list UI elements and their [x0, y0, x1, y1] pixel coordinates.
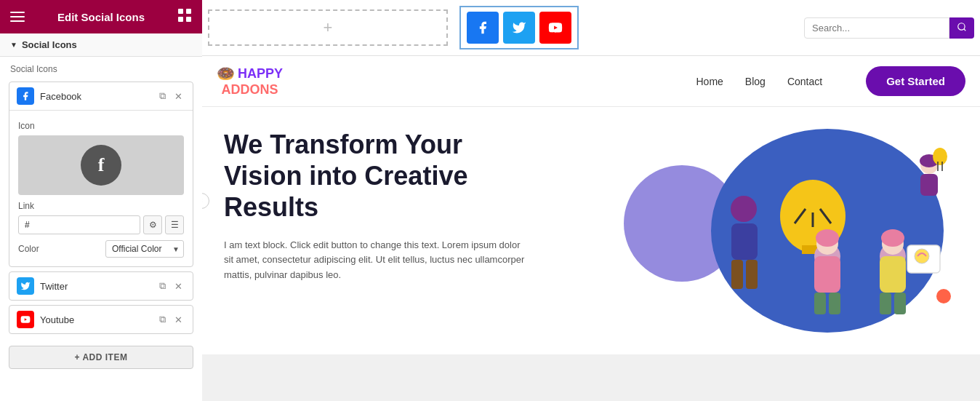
hamburger-icon[interactable] — [10, 12, 25, 22]
svg-rect-2 — [178, 17, 183, 22]
add-widget-zone[interactable]: + — [208, 9, 448, 46]
nav-contact[interactable]: Contact — [787, 76, 822, 87]
svg-point-19 — [816, 229, 839, 247]
top-bar: + — [202, 0, 980, 56]
svg-rect-9 — [731, 223, 758, 260]
svg-rect-26 — [880, 256, 906, 293]
svg-rect-33 — [920, 174, 938, 196]
youtube-social-icon — [17, 311, 34, 328]
youtube-duplicate-btn[interactable]: ⧉ — [156, 312, 169, 327]
youtube-item-actions: ⧉ ✕ — [156, 312, 185, 327]
preview-twitter-btn[interactable] — [503, 12, 535, 44]
facebook-circle-icon: f — [81, 145, 121, 186]
facebook-delete-btn[interactable]: ✕ — [172, 89, 185, 103]
twitter-duplicate-btn[interactable]: ⧉ — [156, 279, 169, 293]
color-select-wrapper: Official Color Custom Color ▼ — [105, 240, 184, 258]
svg-rect-0 — [178, 9, 183, 14]
youtube-item-header[interactable]: Youtube ⧉ ✕ — [9, 306, 193, 333]
svg-rect-21 — [814, 293, 826, 314]
hero-body: I am text block. Click edit button to ch… — [224, 238, 529, 283]
color-select[interactable]: Official Color Custom Color — [105, 240, 184, 258]
search-input[interactable] — [804, 17, 949, 39]
youtube-item-name: Youtube — [40, 314, 156, 325]
nav-links: Home Blog Contact — [696, 76, 823, 87]
icon-field-label: Icon — [18, 121, 184, 131]
link-settings-btn[interactable]: ⚙ — [143, 215, 162, 234]
hero-section: We Transform Your Vision into Creative R… — [202, 107, 980, 354]
twitter-item-header[interactable]: Twitter ⧉ ✕ — [9, 272, 193, 300]
social-item-youtube: Youtube ⧉ ✕ — [9, 305, 193, 334]
svg-point-30 — [915, 249, 929, 263]
nav-blog[interactable]: Blog — [745, 76, 766, 87]
social-icons-section: ▼ Social Icons Social Icons Facebook ⧉ ✕ — [0, 33, 202, 401]
subsection-label: Social Icons — [0, 57, 202, 77]
facebook-social-icon — [17, 87, 34, 105]
svg-rect-1 — [186, 9, 191, 14]
facebook-item-actions: ⧉ ✕ — [156, 89, 185, 103]
hero-text: We Transform Your Vision into Creative R… — [224, 122, 529, 283]
panel-title: Edit Social Icons — [57, 11, 145, 23]
facebook-icon-preview: f — [18, 135, 184, 195]
left-panel: Edit Social Icons ▼ Social Icons Social … — [0, 0, 202, 401]
social-item-twitter: Twitter ⧉ ✕ — [9, 271, 193, 301]
preview-facebook-btn[interactable] — [467, 12, 499, 44]
logo-area: 🍩 HAPPY ADDONS — [217, 65, 283, 98]
get-started-button[interactable]: Get Started — [866, 66, 965, 96]
twitter-delete-btn[interactable]: ✕ — [172, 279, 185, 293]
hero-svg — [675, 122, 951, 325]
twitter-item-actions: ⧉ ✕ — [156, 279, 185, 293]
svg-rect-11 — [746, 260, 758, 289]
svg-rect-27 — [880, 293, 891, 314]
logo-addons: ADDONS — [222, 82, 278, 98]
svg-point-8 — [731, 196, 757, 222]
facebook-duplicate-btn[interactable]: ⧉ — [156, 89, 169, 103]
hero-illustration — [529, 122, 958, 340]
svg-rect-10 — [731, 260, 743, 289]
section-label: Social Icons — [22, 39, 77, 50]
color-field-label: Color — [18, 244, 105, 254]
add-item-button[interactable]: + ADD ITEM — [9, 346, 193, 369]
link-row: ⚙ ☰ — [18, 215, 184, 234]
section-arrow: ▼ — [10, 41, 17, 49]
facebook-item-name: Facebook — [40, 91, 156, 102]
search-bar — [798, 13, 980, 43]
search-button[interactable] — [949, 17, 974, 39]
social-icons-preview — [459, 6, 579, 49]
section-header[interactable]: ▼ Social Icons — [0, 33, 202, 57]
nav-home[interactable]: Home — [696, 76, 723, 87]
grid-icon[interactable] — [177, 8, 192, 25]
nav-bar: 🍩 HAPPY ADDONS Home Blog Contact Get Sta… — [202, 56, 980, 107]
link-field-label: Link — [18, 201, 184, 211]
svg-rect-22 — [829, 293, 840, 314]
panel-header: Edit Social Icons — [0, 0, 202, 33]
preview-container: ‹ + — [202, 0, 980, 401]
preview-youtube-btn[interactable] — [539, 12, 571, 44]
svg-rect-28 — [894, 293, 906, 314]
svg-point-6 — [958, 23, 965, 29]
svg-rect-3 — [186, 17, 191, 22]
color-row: Color Official Color Custom Color ▼ — [18, 240, 184, 258]
logo-happy: HAPPY — [238, 66, 283, 82]
svg-point-25 — [881, 229, 904, 247]
hero-title: We Transform Your Vision into Creative R… — [224, 129, 529, 223]
twitter-item-name: Twitter — [40, 281, 156, 292]
logo-emoji: 🍩 — [217, 65, 235, 82]
link-list-btn[interactable]: ☰ — [165, 215, 184, 234]
twitter-social-icon — [17, 277, 34, 295]
svg-point-34 — [933, 148, 947, 165]
svg-rect-20 — [814, 256, 840, 293]
link-input[interactable] — [18, 215, 140, 234]
svg-line-7 — [964, 28, 966, 31]
youtube-delete-btn[interactable]: ✕ — [172, 312, 185, 327]
facebook-item-header[interactable]: Facebook ⧉ ✕ — [9, 82, 193, 110]
social-item-facebook: Facebook ⧉ ✕ Icon f Link ⚙ ☰ — [9, 82, 193, 267]
facebook-expanded-section: Icon f Link ⚙ ☰ Color Official Color Cus… — [9, 110, 193, 266]
